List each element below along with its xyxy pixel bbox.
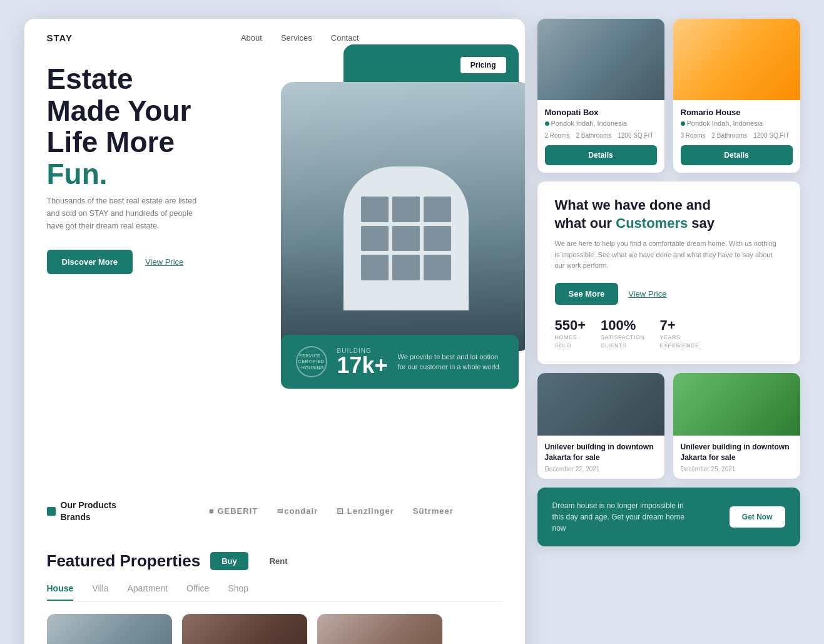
news-img-1 xyxy=(537,373,664,436)
stats-number: 17k+ xyxy=(337,354,388,377)
hero-image-block: Pricing xyxy=(256,44,525,395)
property-card-img-1 xyxy=(47,614,172,644)
view-price-button[interactable]: View Price xyxy=(628,289,666,299)
cta-card: Dream house is no longer impossible in t… xyxy=(537,488,800,546)
right-panel: Monopati Box Pondok Indah, Indonesia 2 R… xyxy=(537,19,800,644)
nav-contact[interactable]: Contact xyxy=(331,33,359,43)
brand-siltrmeer: Sütrmeer xyxy=(413,506,454,516)
details-button-monopati[interactable]: Details xyxy=(545,145,657,165)
building-image xyxy=(281,82,525,351)
listing-img-romario xyxy=(673,19,800,100)
hero-section: Estate Made Your Life More Fun. Thousand… xyxy=(24,57,525,318)
brand-condair: ≋condair xyxy=(277,506,318,516)
listing-name-monopati: Monopati Box xyxy=(545,108,657,117)
property-card-3 xyxy=(317,614,442,644)
listing-location-monopati: Pondok Indah, Indonesia xyxy=(545,120,657,127)
featured-section: Featured Properties Buy Rent House Villa… xyxy=(24,545,525,644)
news-body-2: Unilever building in downtown Jakarta fo… xyxy=(673,436,800,479)
category-tabs: House Villa Apartment Office Shop xyxy=(47,583,502,601)
news-img-2 xyxy=(673,373,800,436)
news-card-2: Unilever building in downtown Jakarta fo… xyxy=(673,373,800,479)
buy-tab-button[interactable]: Buy xyxy=(210,552,248,570)
cat-shop[interactable]: Shop xyxy=(228,583,248,601)
listing-name-romario: Romario House xyxy=(681,108,793,117)
news-title-1: Unilever building in downtown Jakarta fo… xyxy=(545,442,657,463)
news-date-2: December 25, 2021 xyxy=(681,466,793,473)
brands-section: Our ProductsBrands ■ GEBERIT ≋condair ⊡ … xyxy=(24,493,525,544)
listing-card-romario: Romario House Pondok Indah, Indonesia 3 … xyxy=(673,19,800,173)
property-cards-row xyxy=(47,614,502,644)
hero-buttons: Discover More View Price xyxy=(47,250,235,274)
customers-buttons: See More View Price xyxy=(555,283,783,305)
customers-desc: We are here to help you find a comfortab… xyxy=(555,238,783,272)
listing-specs-monopati: 2 Rooms 2 Bathrooms 1200 SQ.FIT xyxy=(545,132,657,139)
news-card-1: Unilever building in downtown Jakarta fo… xyxy=(537,373,664,479)
brands-title: Our ProductsBrands xyxy=(61,499,116,522)
nav-about[interactable]: About xyxy=(241,33,262,43)
property-card-img-2 xyxy=(182,614,307,644)
customers-stats-row: 550+ HOMESSOLD 100% SATISFACTIONCLIENTS … xyxy=(555,317,783,349)
hero-subtitle: Thousands of the best real estate are li… xyxy=(47,195,210,232)
news-title-2: Unilever building in downtown Jakarta fo… xyxy=(681,442,793,463)
cat-house[interactable]: House xyxy=(47,583,74,601)
stats-badge: SERVICE · CERTIFIED · HOUSING xyxy=(296,346,327,377)
property-card-img-3 xyxy=(317,614,442,644)
pricing-badge: Pricing xyxy=(460,57,506,73)
stat-homes-sold: 550+ HOMESSOLD xyxy=(555,317,586,349)
location-dot-2 xyxy=(681,121,685,126)
top-listing-cards-row: Monopati Box Pondok Indah, Indonesia 2 R… xyxy=(537,19,800,173)
stats-number-block: BUILDING 17k+ xyxy=(337,347,388,377)
nav-links: About Services Contact xyxy=(98,33,502,43)
nav-logo: STAY xyxy=(47,33,73,43)
stat-label-homes: HOMESSOLD xyxy=(555,334,586,349)
stats-desc: We provide te best and lot option for ou… xyxy=(398,352,504,372)
building-shape xyxy=(325,123,487,310)
cat-villa[interactable]: Villa xyxy=(92,583,108,601)
discover-more-button[interactable]: Discover More xyxy=(47,250,133,274)
brands-header: Our ProductsBrands ■ GEBERIT ≋condair ⊡ … xyxy=(47,499,502,522)
brand-geberit: ■ GEBERIT xyxy=(209,506,258,516)
details-button-romario[interactable]: Details xyxy=(681,145,793,165)
stat-label-satisfaction: SATISFACTIONCLIENTS xyxy=(601,334,644,349)
view-price-link[interactable]: View Price xyxy=(145,257,183,267)
customers-title: What we have done and what our Customers… xyxy=(555,197,783,232)
see-more-button[interactable]: See More xyxy=(555,283,619,305)
property-card-1 xyxy=(47,614,172,644)
stat-number-satisfaction: 100% xyxy=(601,317,644,334)
hero-title: Estate Made Your Life More Fun. xyxy=(47,63,235,190)
listing-specs-romario: 3 Rooms 2 Bathrooms 1200 SQ.FIT xyxy=(681,132,793,139)
listing-img-monopati xyxy=(537,19,664,100)
brands-accent-box xyxy=(47,507,56,516)
stat-satisfaction: 100% SATISFACTIONCLIENTS xyxy=(601,317,644,349)
news-cards-row: Unilever building in downtown Jakarta fo… xyxy=(537,373,800,479)
nav-services[interactable]: Services xyxy=(281,33,312,43)
get-now-button[interactable]: Get Now xyxy=(730,506,785,528)
stats-badge-text: SERVICE · CERTIFIED · HOUSING xyxy=(297,353,326,370)
stat-number-homes: 550+ xyxy=(555,317,586,334)
featured-header: Featured Properties Buy Rent xyxy=(47,551,502,571)
cat-office[interactable]: Office xyxy=(186,583,209,601)
stat-number-experience: 7+ xyxy=(659,317,699,334)
stat-experience: 7+ YEARSEXPERIENCE xyxy=(659,317,699,349)
featured-title: Featured Properties xyxy=(47,551,201,571)
listing-body-monopati: Monopati Box Pondok Indah, Indonesia 2 R… xyxy=(537,100,664,173)
rent-tab-button[interactable]: Rent xyxy=(258,552,299,570)
listing-body-romario: Romario House Pondok Indah, Indonesia 3 … xyxy=(673,100,800,173)
brand-lenzlinger: ⊡ Lenzlinger xyxy=(337,506,394,516)
news-body-1: Unilever building in downtown Jakarta fo… xyxy=(537,436,664,479)
listing-card-monopati: Monopati Box Pondok Indah, Indonesia 2 R… xyxy=(537,19,664,173)
brands-logos: ■ GEBERIT ≋condair ⊡ Lenzlinger Sütrmeer xyxy=(209,506,454,516)
location-dot xyxy=(545,121,549,126)
cat-apartment[interactable]: Apartment xyxy=(128,583,168,601)
news-date-1: December 22, 2021 xyxy=(545,466,657,473)
main-website-panel: STAY About Services Contact Estate Made … xyxy=(24,19,525,644)
cta-text: Dream house is no longer impossible in t… xyxy=(552,500,690,534)
customers-section: What we have done and what our Customers… xyxy=(537,181,800,364)
listing-location-romario: Pondok Indah, Indonesia xyxy=(681,120,793,127)
stats-bar: SERVICE · CERTIFIED · HOUSING BUILDING 1… xyxy=(281,335,519,389)
property-card-2 xyxy=(182,614,307,644)
stat-label-experience: YEARSEXPERIENCE xyxy=(659,334,699,349)
